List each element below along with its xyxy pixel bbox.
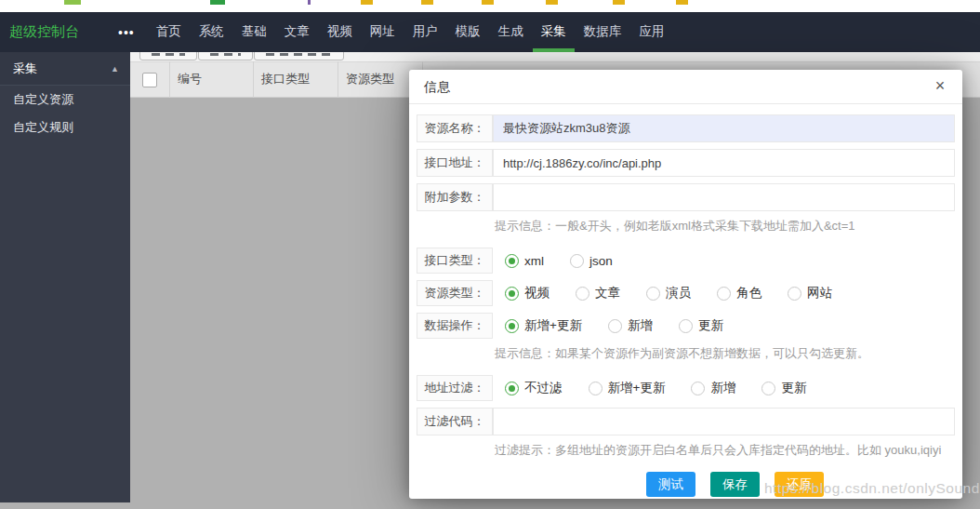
radio-filter-add[interactable]: 新增 — [691, 380, 735, 396]
radio-circle-icon — [570, 254, 584, 268]
browser-tab-strip — [0, 0, 980, 12]
radio-circle-icon — [788, 287, 801, 301]
collapse-arrow-icon: ▲ — [111, 52, 119, 86]
toolbar-clipped-button-3[interactable] — [254, 52, 344, 60]
extra-params-input[interactable] — [493, 183, 955, 211]
nav-item-url[interactable]: 网址 — [362, 12, 404, 52]
radio-json[interactable]: json — [570, 254, 613, 268]
radio-role[interactable]: 角色 — [717, 285, 761, 301]
nav-item-video[interactable]: 视频 — [319, 12, 361, 52]
nav-item-base[interactable]: 基础 — [233, 12, 275, 52]
radio-add-update[interactable]: 新增+更新 — [505, 317, 582, 334]
sidebar-group-collect[interactable]: 采集 ▲ — [0, 52, 130, 86]
radio-video[interactable]: 视频 — [505, 285, 550, 301]
radio-website[interactable]: 网站 — [788, 285, 832, 301]
tab-favicon-fragment — [421, 0, 433, 5]
nav-item-user[interactable]: 用户 — [404, 12, 446, 52]
resource-name-row: 资源名称： — [417, 114, 955, 142]
nav-item-generate[interactable]: 生成 — [490, 12, 532, 52]
radio-circle-icon — [505, 382, 519, 395]
api-url-label: 接口地址： — [417, 149, 493, 177]
tab-favicon-fragment — [676, 0, 688, 5]
filter-code-row: 过滤代码： — [417, 408, 955, 435]
address-filter-options: 不过滤 新增+更新 新增 更新 — [505, 375, 832, 401]
toolbar-clipped-button-2[interactable] — [198, 52, 253, 60]
filter-code-label: 过滤代码： — [417, 408, 493, 435]
nav-item-system[interactable]: 系统 — [191, 12, 232, 52]
api-url-row: 接口地址： — [417, 149, 955, 177]
radio-video-label: 视频 — [524, 285, 550, 301]
sidebar-item-custom-resource[interactable]: 自定义资源 — [0, 86, 130, 114]
filter-code-input[interactable] — [493, 408, 955, 435]
top-navbar: 超级控制台 ••• 首页 系统 基础 文章 视频 网址 用户 模版 生成 采集 … — [0, 12, 980, 52]
resource-type-options: 视频 文章 演员 角色 — [505, 280, 858, 306]
nav-item-article[interactable]: 文章 — [276, 12, 318, 52]
nav-item-app[interactable]: 应用 — [630, 12, 672, 52]
radio-article[interactable]: 文章 — [576, 285, 620, 301]
extra-params-label: 附加参数： — [417, 183, 493, 211]
nav-item-database[interactable]: 数据库 — [576, 12, 630, 52]
radio-circle-icon — [717, 287, 731, 301]
extra-params-row: 附加参数： — [417, 183, 955, 211]
radio-article-label: 文章 — [595, 285, 620, 301]
save-button[interactable]: 保存 — [710, 472, 760, 497]
tab-favicon-fragment — [308, 0, 311, 5]
menu-more-icon[interactable]: ••• — [118, 25, 135, 40]
radio-update[interactable]: 更新 — [679, 317, 723, 334]
radio-filter-add-label: 新增 — [710, 380, 735, 396]
toolbar-clipped — [130, 52, 980, 61]
interface-type-label: 接口类型： — [417, 248, 493, 274]
modal-body: 资源名称： 接口地址： 附加参数： 提示信息：一般&开头，例如老版xml格式采集… — [409, 104, 962, 497]
radio-no-filter-label: 不过滤 — [524, 380, 563, 396]
select-all-checkbox[interactable] — [142, 73, 157, 87]
close-icon[interactable]: × — [929, 70, 951, 101]
radio-circle-icon — [589, 382, 603, 395]
radio-add-update-label: 新增+更新 — [524, 317, 582, 334]
address-filter-row: 地址过滤： 不过滤 新增+更新 新增 — [417, 375, 955, 401]
radio-circle-icon — [505, 254, 519, 268]
sidebar-group-label: 采集 — [13, 52, 37, 86]
radio-filter-add-update-label: 新增+更新 — [608, 380, 666, 396]
radio-filter-update-label: 更新 — [781, 380, 806, 396]
nav-item-template[interactable]: 模版 — [447, 12, 489, 52]
api-url-input[interactable] — [493, 149, 955, 177]
table-header-checkbox-cell — [130, 61, 170, 98]
test-button[interactable]: 测试 — [646, 472, 695, 497]
radio-circle-icon — [576, 287, 589, 301]
radio-add-label: 新增 — [628, 317, 653, 334]
radio-actor[interactable]: 演员 — [646, 285, 691, 301]
radio-add[interactable]: 新增 — [608, 317, 653, 334]
resource-name-input[interactable] — [493, 114, 955, 142]
interface-type-row: 接口类型： xml json — [417, 248, 955, 274]
brand-title: 超级控制台 — [9, 23, 98, 41]
radio-circle-icon — [505, 319, 519, 333]
resource-name-label: 资源名称： — [417, 114, 493, 142]
radio-circle-icon — [505, 287, 519, 301]
extra-params-hint: 提示信息：一般&开头，例如老版xml格式采集下载地址需加入&ct=1 — [495, 218, 955, 234]
radio-xml[interactable]: xml — [505, 254, 544, 268]
nav-item-collect[interactable]: 采集 — [533, 12, 575, 52]
modal-title: 信息 — [424, 79, 450, 94]
radio-xml-label: xml — [524, 254, 544, 268]
sidebar: 采集 ▲ 自定义资源 自定义规则 — [0, 52, 130, 502]
interface-type-options: xml json — [505, 248, 639, 274]
radio-filter-add-update[interactable]: 新增+更新 — [589, 380, 666, 396]
sidebar-item-custom-rule[interactable]: 自定义规则 — [0, 114, 130, 141]
data-operation-row: 数据操作： 新增+更新 新增 更新 — [417, 313, 955, 339]
toolbar-clipped-button-1[interactable] — [139, 52, 197, 60]
data-operation-options: 新增+更新 新增 更新 — [505, 313, 749, 339]
info-modal: 信息 × 资源名称： 接口地址： 附加参数： 提示信息：一般&开头，例如老版xm… — [409, 70, 962, 499]
radio-circle-icon — [608, 319, 622, 333]
radio-no-filter[interactable]: 不过滤 — [505, 380, 563, 396]
radio-website-label: 网站 — [807, 285, 832, 301]
table-header-number: 编号 — [170, 61, 254, 98]
radio-update-label: 更新 — [698, 317, 723, 334]
tab-favicon-fragment — [64, 0, 81, 5]
nav-item-home[interactable]: 首页 — [148, 12, 190, 52]
main-menu: 首页 系统 基础 文章 视频 网址 用户 模版 生成 采集 数据库 应用 — [148, 12, 674, 52]
radio-json-label: json — [589, 254, 613, 268]
modal-header: 信息 × — [409, 70, 962, 104]
tab-favicon-fragment — [613, 0, 625, 5]
tab-favicon-fragment — [546, 0, 558, 5]
radio-filter-update[interactable]: 更新 — [761, 380, 806, 396]
